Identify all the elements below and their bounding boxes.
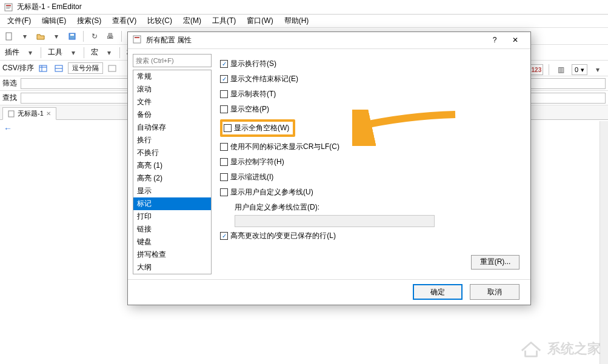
document-tab[interactable]: 无标题-1 ✕ [2, 107, 56, 120]
separator [119, 47, 120, 58]
dialog-body: 常规滚动文件备份自动保存换行不换行高亮 (1)高亮 (2)显示标记打印链接键盘拼… [128, 49, 530, 279]
watermark-text: 系统之家 [547, 340, 601, 358]
checkbox-show-tab[interactable] [220, 90, 228, 98]
separator [41, 47, 41, 58]
save-icon[interactable] [65, 30, 79, 43]
open-file-icon[interactable] [34, 30, 47, 43]
guide-position-label: 用户自定义参考线位置(D): [235, 202, 521, 213]
checkbox-label: 显示空格(P) [230, 104, 269, 114]
extra-icon[interactable]: ▾ [591, 63, 604, 76]
category-item[interactable]: 高亮 (1) [133, 159, 211, 172]
menu-search[interactable]: 搜索(S) [72, 15, 106, 27]
reset-button[interactable]: 重置(R)... [471, 255, 519, 270]
comma-separated-tag[interactable]: 逗号分隔 [68, 62, 103, 74]
csv-label: CSV/排序 [2, 63, 34, 73]
category-item[interactable]: 高亮 (2) [133, 172, 211, 185]
checkbox-show-fullwidth-space[interactable] [224, 124, 232, 132]
menu-window[interactable]: 窗口(W) [242, 15, 278, 27]
menu-compare[interactable]: 比较(C) [142, 15, 177, 27]
checkbox-show-indent[interactable] [220, 173, 228, 181]
svg-rect-7 [39, 65, 47, 71]
document-icon [8, 110, 15, 117]
checkbox-label: 使用不同的标记来显示CR与LF(C) [230, 142, 339, 152]
category-list[interactable]: 常规滚动文件备份自动保存换行不换行高亮 (1)高亮 (2)显示标记打印链接键盘拼… [133, 70, 212, 274]
guide-position-input [235, 215, 435, 227]
category-item[interactable]: 标记 [133, 197, 211, 210]
category-item[interactable]: 拼写检查 [133, 248, 211, 261]
window-title: 无标题-1 - EmEditor [17, 2, 82, 12]
menu-help[interactable]: 帮助(H) [279, 15, 314, 27]
menu-macro[interactable]: 宏(M) [178, 15, 206, 27]
close-button[interactable]: ✕ [505, 33, 526, 47]
checkbox-label: 显示用户自定义参考线(U) [230, 187, 313, 197]
separator [83, 31, 84, 42]
category-item[interactable]: 备份 [133, 108, 211, 121]
category-item[interactable]: 键盘 [133, 236, 211, 248]
reload-icon[interactable]: ↻ [88, 30, 101, 43]
cancel-button[interactable]: 取消 [470, 284, 519, 300]
help-button[interactable]: ? [484, 33, 505, 47]
dropdown-icon[interactable]: ▾ [24, 47, 36, 59]
checkbox-highlight-changed[interactable] [220, 232, 228, 240]
print-icon[interactable]: 🖶 [104, 30, 117, 43]
menu-tools[interactable]: 工具(T) [207, 15, 241, 27]
checkbox-label: 高亮更改过的/变更已保存的行(L) [230, 231, 336, 241]
checkbox-label: 显示换行符(S) [230, 59, 276, 69]
category-item[interactable]: 显示 [133, 185, 211, 197]
menu-view[interactable]: 查看(V) [107, 15, 141, 27]
category-item[interactable]: 换行 [133, 134, 211, 147]
checkbox-label: 显示缩进线(I) [230, 172, 273, 182]
dropdown-icon[interactable]: ▾ [67, 47, 79, 59]
tools-label[interactable]: 工具 [45, 47, 65, 58]
dialog-right-panel: 显示换行符(S) 显示文件结束标记(E) 显示制表符(T) 显示空格(P) 显示… [218, 54, 526, 274]
svg-rect-4 [6, 33, 12, 40]
eof-arrow-icon: ← [4, 124, 12, 133]
ruler-icon[interactable]: 123 [530, 64, 543, 75]
new-file-icon[interactable] [2, 30, 16, 43]
plugins-label[interactable]: 插件 [2, 47, 22, 58]
column-icon[interactable]: ▥ [555, 63, 568, 76]
menu-file[interactable]: 文件(F) [2, 15, 36, 27]
tab-label: 无标题-1 [18, 109, 44, 118]
checkbox-show-eof[interactable] [220, 75, 228, 83]
menu-edit[interactable]: 编辑(E) [37, 15, 71, 27]
checkbox-diff-crlf[interactable] [220, 143, 228, 151]
ok-button[interactable]: 确定 [413, 284, 463, 300]
column-number-dropdown[interactable]: 0 ▾ [572, 64, 587, 75]
separator [121, 31, 122, 42]
checkbox-show-user-guide[interactable] [220, 188, 228, 196]
checkbox-show-space[interactable] [220, 105, 228, 113]
csv-icon[interactable] [36, 62, 50, 75]
checkbox-label: 显示全角空格(W) [234, 123, 289, 133]
new-dropdown-icon[interactable]: ▾ [18, 30, 32, 43]
checkbox-show-newline[interactable] [220, 60, 228, 68]
close-tab-icon[interactable]: ✕ [46, 110, 51, 117]
scrollbar[interactable] [600, 121, 608, 364]
checkbox-label: 显示控制字符(H) [230, 157, 284, 167]
csv-extra-icon[interactable] [105, 62, 119, 75]
dialog-footer: 确定 取消 [128, 279, 530, 305]
watermark-house-icon [519, 340, 543, 358]
category-item[interactable]: 自动保存 [133, 121, 211, 134]
svg-rect-15 [135, 37, 139, 38]
csv-icon-2[interactable] [52, 62, 65, 75]
category-item[interactable]: 链接 [133, 223, 211, 236]
properties-dialog: 所有配置 属性 ? ✕ 常规滚动文件备份自动保存换行不换行高亮 (1)高亮 (2… [127, 31, 531, 305]
menubar: 文件(F) 编辑(E) 搜索(S) 查看(V) 比较(C) 宏(M) 工具(T)… [0, 15, 608, 28]
category-item[interactable]: 常规 [133, 70, 211, 83]
open-dropdown-icon[interactable]: ▾ [50, 30, 63, 43]
checkbox-show-ctrl[interactable] [220, 158, 228, 166]
category-item[interactable]: 滚动 [133, 83, 211, 96]
dropdown-icon[interactable]: ▾ [103, 47, 115, 59]
watermark: 系统之家 [519, 340, 601, 358]
dialog-left-panel: 常规滚动文件备份自动保存换行不换行高亮 (1)高亮 (2)显示标记打印链接键盘拼… [133, 54, 212, 274]
checkbox-label: 显示制表符(T) [230, 89, 276, 99]
titlebar: 无标题-1 - EmEditor [0, 0, 608, 15]
macros-label[interactable]: 宏 [89, 47, 101, 58]
category-item[interactable]: 不换行 [133, 147, 211, 159]
category-search-input[interactable] [133, 54, 212, 67]
category-item[interactable]: 大纲 [133, 261, 211, 274]
category-item[interactable]: 文件 [133, 96, 211, 108]
category-item[interactable]: 打印 [133, 210, 211, 223]
separator [84, 47, 84, 58]
